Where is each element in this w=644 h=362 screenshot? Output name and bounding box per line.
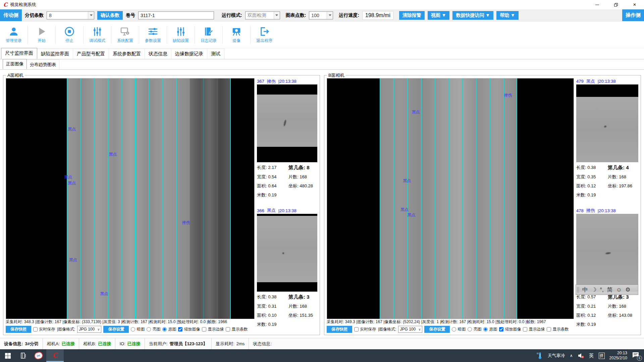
camera-a-title: A面相机 [6, 72, 25, 78]
defect-stats: 长度: 2.17 第几条: 8 宽度: 0.54 片数: 168 面积: 0.6… [257, 162, 317, 198]
save-settings-button[interactable]: 保存设置 [424, 326, 450, 333]
system-config-button[interactable]: 系统配置 [113, 24, 138, 46]
punctuation-mode-icon[interactable]: °, [600, 287, 604, 293]
param-settings-button[interactable]: 参数设置 [141, 24, 165, 46]
operation-side-button[interactable]: 操作侧 [622, 9, 644, 21]
h-sliders-icon [148, 26, 158, 37]
restore-button[interactable] [606, 0, 625, 9]
run-mode-dropdown[interactable]: 双面检测 [245, 11, 280, 19]
ime-chinese-mode[interactable]: 中 [582, 286, 588, 294]
divider [55, 26, 56, 44]
admin-login-button[interactable]: 管理登录 [1, 24, 26, 46]
active-app-button[interactable]: C [46, 349, 64, 362]
simplified-chinese-icon[interactable]: 简 [607, 286, 613, 294]
bright-image-radio[interactable] [468, 327, 472, 331]
format-label: |图像格式: [57, 326, 75, 332]
thermometer-icon[interactable] [536, 352, 543, 359]
defect-marker-label: 挫伤 [182, 220, 190, 226]
capture-button[interactable]: 提像 [224, 24, 249, 46]
tab-edge-data[interactable]: 边缘数据记录 [171, 49, 207, 59]
defect-card[interactable]: 478挫伤|20:13:38 长度: 0.57 第几条: 3 宽度: 0.21 … [576, 207, 638, 334]
minimize-button[interactable] [588, 0, 606, 9]
volume-muted-icon[interactable] [578, 353, 584, 359]
defect-marker-label: 黑点 [403, 178, 411, 183]
view-menu-button[interactable]: 视图 ▼ [428, 11, 450, 20]
tab-system-params[interactable]: 系统参数配置 [109, 49, 145, 59]
emoji-icon[interactable]: ☺ [616, 287, 622, 293]
defect-stats: 长度: 0.57 第几条: 3 宽度: 0.21 片数: 168 面积: 0.1… [576, 292, 638, 327]
format-dropdown[interactable]: JPG 100∨ [398, 326, 422, 333]
bright-image-radio[interactable] [147, 327, 151, 331]
action-center-button[interactable]: 6 [632, 352, 641, 360]
hidden-icons-chevron[interactable]: ∧ [570, 353, 573, 358]
defect-card[interactable]: 366黑点|20:13:38 长度: 0.38 第几条: 3 宽度: 0.31 … [257, 207, 317, 334]
format-dropdown[interactable]: JPG 100∨ [77, 326, 101, 333]
dark-image-radio[interactable] [452, 327, 456, 331]
quick-data-menu-button[interactable]: 数据快捷访问 ▼ [452, 11, 493, 20]
show-strips-checkbox[interactable] [226, 327, 230, 331]
tab-test[interactable]: 测试 [207, 49, 224, 59]
divider [139, 26, 139, 44]
tab-defect-monitor[interactable]: 缺陷监控界面 [37, 49, 73, 59]
roll-number-input[interactable] [138, 11, 214, 19]
zoom-image-checkbox[interactable] [178, 327, 182, 331]
help-menu-button[interactable]: 帮助 ▼ [496, 11, 519, 20]
start-button[interactable]: 开始 [29, 24, 54, 46]
ime-mode-indicator[interactable]: 拼 [599, 353, 605, 359]
ime-language-indicator[interactable]: 英 [589, 353, 594, 359]
stop-button[interactable]: 停止 [57, 24, 82, 46]
defect-card[interactable]: 479黑点|20:13:38 长度: 0.38 第几条: 4 宽度: 0.35 … [576, 78, 638, 204]
clear-alarm-button[interactable]: 清除报警 [399, 11, 425, 20]
realtime-save-checkbox[interactable] [354, 327, 359, 331]
taskbar-clock[interactable]: 20:13 2025/2/10 [609, 351, 627, 361]
chart-points-dropdown[interactable]: 100 [309, 11, 333, 19]
dark-image-radio[interactable] [131, 327, 135, 331]
play-icon [36, 26, 47, 37]
camera-a-image[interactable]: 黑点 黑点 黑点 黑点 挫伤 黑点 黑点 [6, 78, 255, 319]
log-record-button[interactable]: 日志记录 [196, 24, 221, 46]
divider [195, 26, 195, 44]
gear-icon[interactable]: ⚙ [625, 286, 630, 293]
icon-toolbar: 管理登录 开始 停止 调试模式 系统配置 参数设置 缺陷设置 [0, 21, 644, 48]
show-edge-checkbox[interactable] [202, 327, 206, 331]
exit-icon [259, 26, 270, 37]
confirm-count-button[interactable]: 确认条数 [97, 11, 123, 20]
task-view-button[interactable] [15, 349, 31, 362]
debug-sliders-icon [92, 26, 103, 37]
slit-count-dropdown[interactable]: 8 [47, 11, 94, 19]
tab-front-image[interactable]: 正面图像 [3, 59, 27, 69]
original-image-radio[interactable] [162, 327, 167, 331]
tab-status-info[interactable]: 状态信息 [145, 49, 171, 59]
tab-product-model[interactable]: 产品型号配置 [73, 49, 109, 59]
defect-marker-label: 黑点 [68, 180, 76, 186]
tab-size-monitor[interactable]: 尺寸监控界面 [1, 48, 37, 59]
zoom-image-checkbox[interactable] [499, 327, 503, 331]
speed-label: 运行速度: [339, 12, 359, 18]
start-button[interactable] [0, 349, 15, 362]
stop-icon [64, 26, 75, 37]
weather-status[interactable]: 天气寒冷 [548, 353, 565, 359]
show-edge-checkbox[interactable] [523, 327, 527, 331]
save-snapshot-button[interactable]: 保存快照 [327, 326, 352, 333]
save-settings-button[interactable]: 保存设置 [103, 326, 129, 333]
strip-region [380, 78, 517, 319]
save-snapshot-button[interactable]: 保存快照 [6, 326, 31, 333]
defect-card[interactable]: 367挫伤|20:13:38 长度: 2.17 第几条: 8 宽度: 0.54 … [257, 78, 317, 204]
drag-handle-icon[interactable] [577, 287, 579, 293]
snipping-tool-button[interactable]: ✂ [31, 349, 46, 362]
tab-trend-chart[interactable]: 分布趋势图表 [26, 60, 59, 69]
show-strips-checkbox[interactable] [547, 327, 551, 331]
close-button[interactable]: ✕ [625, 0, 644, 9]
moon-icon[interactable]: ☽ [591, 286, 596, 293]
camera-b-image[interactable]: 挫伤 黑点 黑点 黑点 黑点 [327, 78, 574, 319]
transmission-side-button[interactable]: 传动侧 [0, 9, 22, 21]
realtime-save-checkbox[interactable] [33, 327, 38, 331]
format-label: |图像格式: [378, 326, 396, 332]
camera-b-connection-segment: 相机B:已连接 [79, 338, 115, 349]
original-image-radio[interactable] [483, 327, 488, 331]
defect-marker-label: 挫伤 [504, 93, 512, 98]
defect-settings-button[interactable]: 缺陷设置 [168, 24, 193, 46]
debug-mode-button[interactable]: 调试模式 [85, 24, 110, 46]
exit-program-button[interactable]: 退出程序 [252, 24, 277, 46]
ime-toolbar[interactable]: 中 ☽ °, 简 ☺ ⚙ [576, 285, 638, 295]
